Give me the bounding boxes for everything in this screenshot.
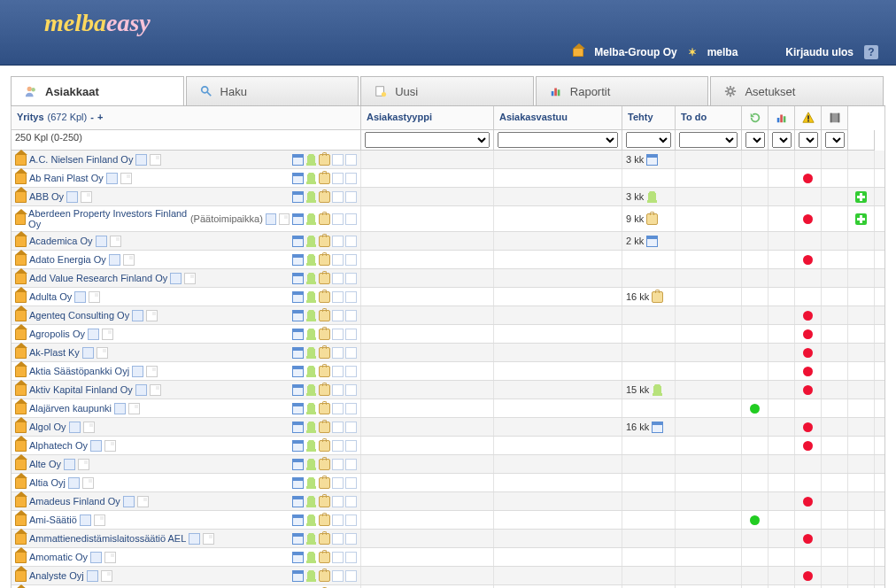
- doc-icon[interactable]: [332, 173, 344, 184]
- calendar-icon[interactable]: [292, 422, 304, 433]
- note-icon[interactable]: [128, 403, 140, 414]
- doc2-icon[interactable]: [345, 403, 357, 414]
- col-asiakastyyppi[interactable]: Asiakastyyppi: [361, 106, 494, 130]
- briefcase-icon[interactable]: [319, 173, 330, 184]
- doc-icon[interactable]: [332, 514, 344, 526]
- doc-icon[interactable]: [332, 459, 344, 470]
- doc2-icon[interactable]: [345, 366, 357, 377]
- person-icon[interactable]: [305, 496, 317, 507]
- company-name-link[interactable]: Aberdeen Property Investors Finland Oy: [28, 208, 188, 229]
- table-row[interactable]: Add Value Research Finland Oy: [12, 269, 884, 288]
- doc2-icon[interactable]: [345, 347, 357, 359]
- person-icon[interactable]: [305, 366, 317, 377]
- company-name-link[interactable]: Agenteq Consulting Oy: [29, 310, 129, 321]
- briefcase-icon[interactable]: [319, 254, 330, 266]
- briefcase-icon[interactable]: [319, 422, 330, 433]
- doc-icon[interactable]: [332, 477, 344, 489]
- doc-icon[interactable]: [332, 366, 344, 377]
- person-icon[interactable]: [305, 422, 317, 433]
- company-name-link[interactable]: Amadeus Finland Oy: [29, 496, 120, 507]
- doc-icon[interactable]: [332, 236, 344, 247]
- tab-uusi[interactable]: Uusi: [360, 76, 534, 105]
- table-row[interactable]: Ab Rani Plast Oy: [12, 169, 884, 188]
- help-icon[interactable]: ?: [864, 45, 878, 59]
- col-film[interactable]: [822, 106, 848, 130]
- note-icon[interactable]: [137, 496, 149, 507]
- note-icon[interactable]: [150, 384, 161, 396]
- doc-icon[interactable]: [332, 273, 344, 284]
- person-icon[interactable]: [305, 273, 317, 284]
- table-row[interactable]: Ak-Plast Ky: [12, 344, 884, 362]
- company-name-link[interactable]: Adato Energia Oy: [29, 254, 106, 265]
- briefcase-icon[interactable]: [319, 347, 330, 359]
- table-row[interactable]: Adulta Oy 16 kk: [12, 288, 884, 306]
- filter-asiakasvastuu[interactable]: [498, 132, 618, 148]
- doc2-icon[interactable]: [345, 154, 357, 166]
- briefcase-icon[interactable]: [319, 440, 330, 452]
- table-row[interactable]: Alajärven kaupunki: [12, 399, 884, 418]
- calendar-icon[interactable]: [292, 496, 304, 507]
- note-icon[interactable]: [123, 254, 135, 266]
- briefcase-icon[interactable]: [319, 191, 330, 203]
- doc-icon[interactable]: [332, 254, 344, 266]
- doc-icon[interactable]: [332, 191, 344, 203]
- note-icon[interactable]: [89, 291, 100, 303]
- table-row[interactable]: Academica Oy 2 kk: [12, 232, 884, 251]
- table-row[interactable]: Adato Energia Oy: [12, 251, 884, 269]
- tab-asiakkaat[interactable]: Asiakkaat: [11, 76, 184, 105]
- note-icon[interactable]: [104, 440, 116, 452]
- link-icon[interactable]: [106, 173, 118, 184]
- company-name-link[interactable]: ABB Oy: [29, 191, 64, 202]
- person-icon[interactable]: [305, 514, 317, 526]
- doc2-icon[interactable]: [345, 533, 357, 545]
- link-icon[interactable]: [135, 384, 147, 396]
- tab-haku[interactable]: Haku: [186, 76, 359, 105]
- company-name-link[interactable]: Aktiv Kapital Finland Oy: [29, 384, 133, 395]
- briefcase-icon[interactable]: [319, 329, 330, 340]
- person-icon[interactable]: [305, 347, 317, 359]
- person-icon[interactable]: [305, 459, 317, 470]
- company-name-link[interactable]: Altia Oyj: [29, 477, 66, 488]
- col-asiakasvastuu[interactable]: Asiakasvastuu: [494, 106, 622, 130]
- table-row[interactable]: Aktia Säästöpankki Oyj: [12, 362, 884, 381]
- doc2-icon[interactable]: [345, 173, 357, 184]
- filter-c1[interactable]: [745, 132, 765, 148]
- person-icon[interactable]: [305, 570, 317, 582]
- person-icon[interactable]: [305, 329, 317, 340]
- briefcase-icon[interactable]: [319, 291, 330, 303]
- doc2-icon[interactable]: [345, 552, 357, 563]
- doc-icon[interactable]: [332, 310, 344, 321]
- company-name-link[interactable]: Ami-Säätiö: [29, 514, 77, 525]
- doc2-icon[interactable]: [345, 440, 357, 452]
- table-row[interactable]: Agenteq Consulting Oy: [12, 306, 884, 325]
- table-row[interactable]: Aberdeen Property Investors Finland Oy (…: [12, 206, 884, 232]
- note-icon[interactable]: [102, 329, 113, 340]
- expand-button[interactable]: +: [97, 112, 103, 122]
- collapse-button[interactable]: -: [90, 112, 94, 122]
- calendar-icon[interactable]: [292, 291, 304, 303]
- note-icon[interactable]: [120, 173, 132, 184]
- filter-todo[interactable]: [679, 132, 738, 148]
- doc2-icon[interactable]: [345, 496, 357, 507]
- company-name-link[interactable]: Amomatic Oy: [29, 552, 88, 562]
- person-icon[interactable]: [305, 533, 317, 545]
- person-icon[interactable]: [305, 384, 317, 396]
- link-icon[interactable]: [132, 310, 143, 321]
- company-name-link[interactable]: Aktia Säästöpankki Oyj: [29, 366, 129, 376]
- calendar-icon[interactable]: [292, 273, 304, 284]
- doc2-icon[interactable]: [345, 570, 357, 582]
- doc-icon[interactable]: [332, 552, 344, 563]
- calendar-icon[interactable]: [292, 347, 304, 359]
- filter-asiakastyyppi[interactable]: [365, 132, 490, 148]
- col-tehty[interactable]: Tehty: [622, 106, 676, 130]
- company-link[interactable]: Melba-Group Oy: [594, 46, 676, 58]
- briefcase-icon[interactable]: [319, 236, 330, 247]
- person-icon[interactable]: [305, 254, 317, 266]
- tab-raportit[interactable]: Raportit: [536, 76, 709, 105]
- link-icon[interactable]: [96, 236, 107, 247]
- link-icon[interactable]: [74, 291, 86, 303]
- note-icon[interactable]: [184, 273, 196, 284]
- table-row[interactable]: Analyste Oyj: [12, 567, 884, 585]
- calendar-icon[interactable]: [292, 384, 304, 396]
- tab-asetukset[interactable]: Asetukset: [710, 76, 884, 105]
